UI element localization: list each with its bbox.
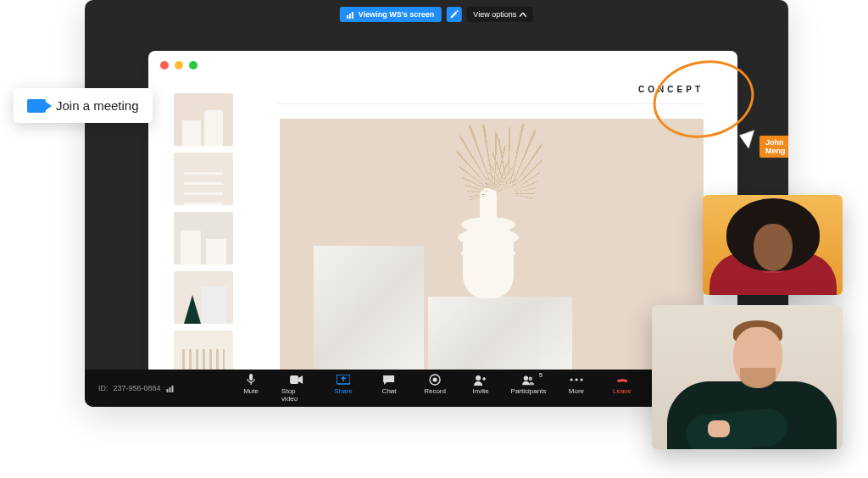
thumbnail[interactable] — [174, 153, 233, 205]
decor-block — [314, 246, 424, 373]
viewing-screen-pill[interactable]: Viewing WS's screen — [340, 7, 442, 22]
mute-button[interactable]: Mute — [236, 374, 266, 403]
annotate-button[interactable] — [446, 7, 461, 22]
participant-tile[interactable] — [652, 305, 843, 449]
share-button[interactable]: Share — [328, 374, 359, 403]
share-screen-icon — [337, 374, 350, 386]
camera-icon — [27, 99, 46, 113]
stop-video-button[interactable]: Stop video — [281, 374, 313, 403]
meeting-id-value: 237-956-0884 — [114, 384, 161, 392]
thumbnail[interactable] — [174, 212, 233, 264]
svg-point-11 — [432, 377, 437, 381]
remote-cursor-label: John Meng — [760, 136, 788, 158]
more-button[interactable]: More — [561, 374, 592, 403]
svg-point-12 — [476, 375, 481, 381]
join-meeting-card[interactable]: Join a meeting — [14, 88, 153, 123]
meeting-id-prefix: ID: — [98, 384, 108, 392]
pencil-icon — [449, 10, 458, 19]
participants-label: Participants — [511, 387, 547, 395]
svg-point-14 — [529, 376, 532, 380]
invite-label: Invite — [472, 387, 488, 395]
svg-point-16 — [575, 378, 577, 381]
record-label: Record — [424, 387, 446, 395]
thumbnail-strip — [174, 93, 233, 373]
participants-button[interactable]: 5 Participants — [511, 374, 546, 403]
decor-vase — [458, 188, 519, 298]
decor-fronds — [441, 119, 559, 195]
svg-rect-1 — [349, 14, 351, 19]
svg-rect-5 — [171, 386, 173, 392]
svg-rect-3 — [166, 389, 168, 392]
svg-rect-0 — [347, 15, 348, 19]
view-options-dropdown[interactable]: View options — [466, 7, 533, 22]
close-dot-icon[interactable] — [160, 61, 169, 69]
invite-icon — [474, 374, 487, 386]
signal-icon — [347, 11, 354, 19]
mute-label: Mute — [243, 387, 259, 395]
svg-point-15 — [570, 378, 572, 381]
signal-icon — [166, 385, 175, 392]
camera-icon — [291, 374, 304, 386]
participants-count-badge: 5 — [539, 372, 542, 378]
main-preview-image — [280, 119, 704, 373]
join-meeting-label: Join a meeting — [56, 98, 139, 113]
svg-point-13 — [524, 375, 528, 380]
divider — [275, 103, 704, 104]
remote-cursor-icon — [742, 129, 759, 146]
thumbnail[interactable] — [174, 271, 233, 324]
participant-tile[interactable] — [703, 195, 843, 295]
svg-rect-4 — [169, 387, 170, 392]
svg-rect-6 — [249, 374, 253, 381]
stop-video-label: Stop video — [281, 387, 313, 403]
record-button[interactable]: Record — [420, 374, 450, 403]
view-options-label: View options — [473, 10, 516, 19]
leave-button[interactable]: Leave — [607, 374, 637, 403]
decor-block — [428, 297, 572, 373]
viewing-label: Viewing WS's screen — [359, 10, 435, 19]
svg-point-17 — [580, 378, 582, 381]
chat-icon — [382, 374, 396, 386]
chat-button[interactable]: Chat — [374, 374, 404, 403]
more-icon — [570, 374, 583, 386]
meeting-id: ID: 237-956-0884 — [98, 384, 175, 392]
svg-rect-8 — [291, 375, 299, 384]
toolbar-actions: Mute Stop video Share Chat — [236, 374, 637, 403]
mic-icon — [244, 374, 258, 386]
svg-rect-2 — [352, 12, 353, 19]
zoom-dot-icon[interactable] — [189, 61, 198, 69]
more-label: More — [569, 387, 584, 395]
minimize-dot-icon[interactable] — [175, 61, 183, 69]
thumbnail[interactable] — [174, 93, 233, 146]
hangup-icon — [615, 374, 629, 386]
window-controls — [160, 61, 198, 69]
leave-label: Leave — [613, 387, 632, 395]
participants-icon — [521, 374, 535, 386]
invite-button[interactable]: Invite — [465, 374, 496, 403]
chat-label: Chat — [382, 387, 397, 395]
top-bar: Viewing WS's screen View options — [340, 7, 533, 22]
record-icon — [428, 374, 442, 386]
share-label: Share — [334, 387, 352, 395]
thumbnail[interactable] — [174, 331, 233, 373]
shared-screen: CONCEPT — [148, 51, 737, 373]
chevron-up-icon — [520, 13, 526, 17]
